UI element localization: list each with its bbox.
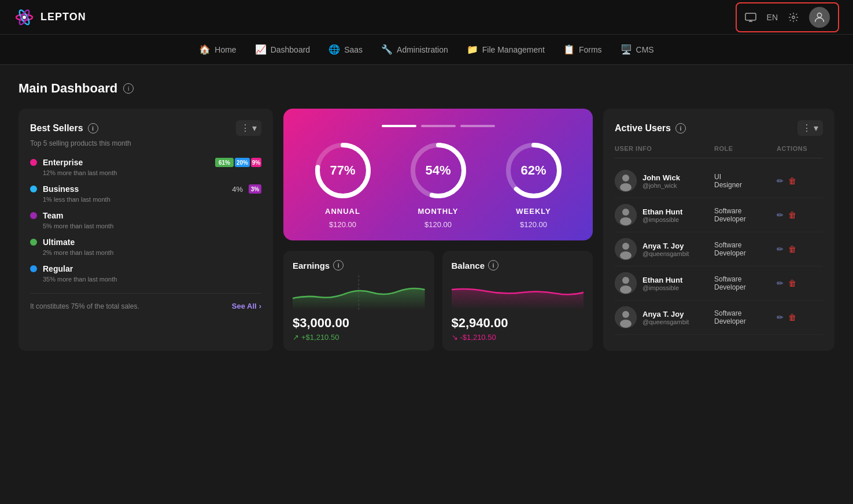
best-sellers-title: Best Sellers i [30,123,98,134]
seller-pct: 4% [232,185,243,194]
plan-monthly: 54% MONTHLY $120.00 [407,139,470,229]
seller-bars: 61% 20% 9% [215,158,261,167]
svg-point-28 [620,286,632,294]
main-content: Main Dashboard i Best Sellers i ⋮ ▾ Top … [0,65,853,362]
col-user-info: USER INFO [615,145,710,152]
user-row: Ethan Hunt @impossible SoftwareDeveloper… [615,266,823,301]
delete-button[interactable]: 🗑 [788,176,796,186]
bar: 61% [215,158,234,167]
list-item: Regular 35% more than last month [30,264,261,283]
earnings-info-icon[interactable]: i [333,260,344,270]
avatar-svg [615,272,637,294]
user-handle: @john_wick [642,182,680,189]
col-actions: ACTIONS [777,145,823,152]
user-avatar [615,170,637,192]
nav-file-management[interactable]: 📁 File Management [467,42,545,57]
logo[interactable]: LEPTON [14,7,86,28]
user-name: Anya T. Joy [642,310,689,318]
down-arrow-icon: ↘ [452,333,458,342]
delete-button[interactable]: 🗑 [788,313,796,322]
seller-subtitle: 35% more than last month [43,276,261,283]
nav-cms-label: CMS [636,45,654,54]
delete-button[interactable]: 🗑 [788,244,796,254]
svg-rect-5 [745,13,756,20]
user-details: Ethan Hunt @impossible [642,276,682,291]
nav-home[interactable]: 🏠 Home [199,42,236,57]
best-sellers-card: Best Sellers i ⋮ ▾ Top 5 selling product… [19,109,273,351]
earnings-card: Earnings i [283,251,434,351]
user-name: Anya T. Joy [642,242,689,250]
edit-button[interactable]: ✏ [777,279,784,288]
best-sellers-info-icon[interactable]: i [88,123,98,134]
nav-saas[interactable]: 🌐 Saas [328,42,363,57]
page-title: Main Dashboard [19,81,117,96]
seller-subtitle: 1% less than last month [43,196,261,203]
nav-forms[interactable]: 📋 Forms [563,42,602,57]
avatar[interactable] [809,7,830,28]
user-avatar [615,306,637,328]
see-all-link[interactable]: See All › [232,302,261,310]
edit-button[interactable]: ✏ [777,210,784,220]
balance-info-icon[interactable]: i [488,260,498,270]
avatar-svg [615,204,637,226]
user-role: UIDesigner [714,173,772,189]
circle-label-weekly: 62% [520,163,546,178]
avatar-icon [813,11,826,24]
forms-icon: 📋 [563,44,575,55]
user-info-ethan-hunt-2: Ethan Hunt @impossible [615,272,710,294]
balance-chart [452,275,584,310]
admin-icon: 🔧 [381,44,393,55]
home-icon: 🏠 [199,44,211,55]
edit-button[interactable]: ✏ [777,313,784,322]
list-item: Enterprise 61% 20% 9% 12% more than last… [30,158,261,176]
balance-chart-svg [452,275,584,310]
user-handle: @impossible [642,284,682,291]
user-role: SoftwareDeveloper [714,241,772,257]
svg-point-19 [620,183,632,191]
delete-button[interactable]: 🗑 [788,210,796,220]
nav-saas-label: Saas [344,45,363,54]
page-title-info-icon[interactable]: i [123,83,134,94]
plan-price-annual: $120.00 [329,220,356,229]
seller-name: Business [43,184,226,194]
list-item: Ultimate 2% more than last month [30,238,261,256]
nav-administration[interactable]: 🔧 Administration [381,42,448,57]
svg-point-4 [23,16,26,19]
active-users-menu[interactable]: ⋮ ▾ [797,120,823,136]
nav-cms[interactable]: 🖥️ CMS [621,42,654,57]
active-users-header: Active Users i ⋮ ▾ [615,120,823,136]
logo-icon [14,7,35,28]
delete-button[interactable]: 🗑 [788,279,796,288]
circle-wrap-weekly: 62% [502,139,566,202]
plan-label-annual: ANNUAL [325,207,360,216]
earnings-amount: $3,000.00 [293,316,425,331]
circle-label-annual: 77% [330,163,355,178]
nav-dashboard[interactable]: 📈 Dashboard [255,42,311,57]
user-avatar [615,204,637,226]
best-sellers-menu[interactable]: ⋮ ▾ [236,120,261,136]
user-details: John Wick @john_wick [642,173,680,189]
avatar-svg [615,170,637,192]
settings-btn[interactable] [788,12,799,23]
lang-selector[interactable]: EN [767,13,778,22]
user-role: SoftwareDeveloper [714,309,772,325]
subscription-circles: 77% ANNUAL $120.00 54% [295,139,581,229]
plan-price-weekly: $120.00 [520,220,547,229]
bar: 20% [235,158,250,167]
page-title-row: Main Dashboard i [19,81,834,96]
sub-tab-2[interactable] [460,125,495,127]
plan-weekly: 62% WEEKLY $120.00 [502,139,566,229]
user-details: Anya T. Joy @queensgambit [642,310,689,325]
edit-button[interactable]: ✏ [777,176,784,186]
screen-icon-btn[interactable] [745,13,756,22]
col-role: ROLE [714,145,772,152]
active-users-info-icon[interactable]: i [675,123,686,134]
sub-tab-0[interactable] [382,125,416,127]
svg-point-8 [792,16,795,18]
svg-point-25 [620,251,632,260]
user-actions: ✏ 🗑 [777,176,823,186]
sub-tab-1[interactable] [421,125,456,127]
edit-button[interactable]: ✏ [777,244,784,254]
list-item: Team 5% more than last month [30,211,261,229]
gear-icon [788,12,799,23]
